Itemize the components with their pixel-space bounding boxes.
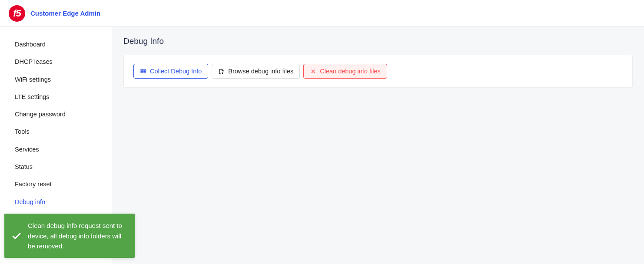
main-content: Debug Info Collect Debug Info <box>112 27 644 264</box>
sidebar-item-debug-info[interactable]: Debug info <box>0 193 112 211</box>
sidebar-item-tools[interactable]: Tools <box>0 123 112 140</box>
button-label: Collect Debug Info <box>150 68 202 75</box>
svg-rect-1 <box>144 69 146 70</box>
sidebar-item-lte-settings[interactable]: LTE settings <box>0 88 112 106</box>
svg-rect-0 <box>141 69 143 70</box>
brand-logo: f5 <box>9 5 25 22</box>
sidebar-item-label: Factory reset <box>15 181 52 188</box>
sidebar-item-label: Tools <box>15 128 30 135</box>
browse-icon <box>218 68 225 75</box>
app-header: f5 Customer Edge Admin <box>0 0 644 27</box>
browse-debug-info-button[interactable]: Browse debug info files <box>212 64 300 79</box>
page-title: Debug Info <box>123 36 633 46</box>
sidebar-item-change-password[interactable]: Change password <box>0 106 112 123</box>
sidebar-item-label: LTE settings <box>15 93 50 100</box>
checkmark-icon <box>11 231 22 241</box>
svg-rect-2 <box>141 71 143 73</box>
app-title: Customer Edge Admin <box>30 10 100 17</box>
button-label: Browse debug info files <box>228 68 293 75</box>
sidebar-item-wifi-settings[interactable]: WiFi settings <box>0 71 112 88</box>
sidebar-item-label: Status <box>15 163 33 170</box>
sidebar-item-dhcp-leases[interactable]: DHCP leases <box>0 53 112 70</box>
sidebar-item-dashboard[interactable]: Dashboard <box>0 36 112 53</box>
toast-message: Clean debug info request sent to device,… <box>28 221 127 251</box>
sidebar-item-label: Services <box>15 146 39 153</box>
actions-card: Collect Debug Info Browse debug info fil… <box>123 55 633 88</box>
sidebar-item-label: WiFi settings <box>15 76 51 83</box>
sidebar-item-label: Change password <box>15 111 66 118</box>
close-icon <box>310 68 316 75</box>
brand-logo-text: f5 <box>13 8 21 19</box>
sidebar-item-label: DHCP leases <box>15 58 53 65</box>
collect-icon <box>140 68 146 75</box>
sidebar-item-services[interactable]: Services <box>0 141 112 158</box>
collect-debug-info-button[interactable]: Collect Debug Info <box>133 64 208 79</box>
sidebar-item-label: Dashboard <box>15 41 46 48</box>
svg-rect-3 <box>144 71 146 73</box>
button-label: Clean debug info files <box>320 68 380 75</box>
sidebar-item-status[interactable]: Status <box>0 158 112 175</box>
button-row: Collect Debug Info Browse debug info fil… <box>133 64 623 79</box>
sidebar-item-factory-reset[interactable]: Factory reset <box>0 175 112 193</box>
sidebar-item-label: Debug info <box>15 198 45 205</box>
success-toast: Clean debug info request sent to device,… <box>4 214 135 258</box>
clean-debug-info-button[interactable]: Clean debug info files <box>303 64 387 79</box>
